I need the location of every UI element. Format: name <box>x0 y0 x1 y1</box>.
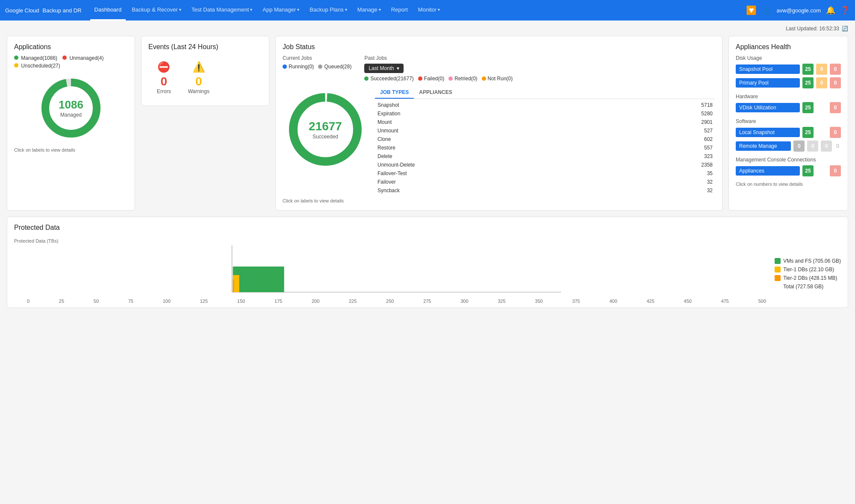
apps-managed-count: 1086 <box>59 98 83 111</box>
unscheduled-dot <box>14 63 18 67</box>
tab-appliances[interactable]: APPLIANCES <box>414 87 457 99</box>
filter-icon[interactable]: 🔽 <box>746 5 757 15</box>
tab-job-types[interactable]: JOB TYPES <box>375 87 414 99</box>
job-type-row[interactable]: Mount2901 <box>375 118 715 126</box>
apps-donut-wrapper: 1086 Managed <box>37 74 105 142</box>
primary-pool-badge-green[interactable]: 25 <box>802 77 814 88</box>
remote-manage-badge-2[interactable]: 0 <box>821 141 832 152</box>
help-icon[interactable]: ❓ <box>840 6 850 15</box>
chart-svg-container: 0255075100 125150175200225 2502753003253… <box>14 245 766 301</box>
snapshot-pool-badge-red[interactable]: 0 <box>830 64 841 75</box>
hardware-label: Hardware <box>736 94 841 100</box>
error-icon: ⛔ <box>157 61 171 73</box>
job-status-title: Job Status <box>283 43 715 51</box>
nav-report[interactable]: Report <box>387 0 412 21</box>
snapshot-pool-label: Snapshot Pool <box>736 64 800 74</box>
legend-tier1: Tier-1 DBs (22.10 GB) <box>775 267 841 273</box>
vdisk-badge-red[interactable]: 0 <box>830 102 841 113</box>
job-type-name: Expiration <box>377 111 400 117</box>
managed-dot <box>14 56 18 60</box>
local-snapshot-badge-green[interactable]: 25 <box>802 127 814 138</box>
job-type-row[interactable]: Unmount527 <box>375 126 715 135</box>
nav-manage[interactable]: Manage ▾ <box>353 0 385 21</box>
job-type-row[interactable]: Expiration5280 <box>375 109 715 118</box>
job-main-area: 21677 Succeeded JOB TYPES APPLIANCES Sna… <box>283 87 715 195</box>
retried-dot <box>448 76 453 81</box>
job-type-row[interactable]: Failover32 <box>375 178 715 186</box>
snapshot-pool-row: Snapshot Pool 25 0 0 <box>736 64 841 75</box>
job-type-row[interactable]: Snapshot5718 <box>375 101 715 109</box>
snapshot-pool-badge-orange[interactable]: 0 <box>816 64 827 75</box>
warnings-item: ⚠️ 0 Warnings <box>188 61 209 94</box>
account-icon[interactable]: 👤 <box>762 6 771 15</box>
y-axis-label: Protected Data (TBs) <box>14 238 766 243</box>
errors-item: ⛔ 0 Errors <box>157 61 171 94</box>
unmanaged-dot <box>62 56 67 60</box>
vms-bar <box>233 267 284 292</box>
primary-pool-badge-red[interactable]: 0 <box>830 77 841 88</box>
failed-badge: Failed(0) <box>418 76 444 82</box>
job-type-name: Delete <box>377 153 392 159</box>
remote-manage-badge-1[interactable]: 0 <box>807 141 818 152</box>
applications-title: Applications <box>14 43 128 51</box>
refresh-icon[interactable]: 🔄 <box>842 26 848 32</box>
not-run-label: Not Run(0) <box>488 76 513 82</box>
last-updated-text: Last Updated: 16:52:33 <box>786 26 839 32</box>
job-type-row[interactable]: Clone602 <box>375 135 715 144</box>
tier2-bar <box>233 279 234 292</box>
job-click-hint: Click on labels to view details <box>283 198 715 203</box>
job-donut-wrapper: 21677 Succeeded <box>283 87 368 172</box>
period-label: Last Month <box>369 65 394 71</box>
job-type-row[interactable]: Unmount-Delete2358 <box>375 161 715 169</box>
failed-dot <box>418 76 422 81</box>
navbar: Google Cloud Backup and DR Dashboard Bac… <box>0 0 855 21</box>
nav-backup-plans[interactable]: Backup Plans ▾ <box>305 0 351 21</box>
warnings-label: Warnings <box>188 88 209 94</box>
remote-manage-label: Remote Manage <box>736 141 791 151</box>
job-type-row[interactable]: Delete323 <box>375 152 715 161</box>
total-legend-label: Total (727.58 GB) <box>783 284 823 290</box>
unmanaged-legend[interactable]: Unmanaged(4) <box>62 55 103 61</box>
primary-pool-badge-orange[interactable]: 0 <box>816 77 827 88</box>
job-type-row[interactable]: Failover-Test35 <box>375 169 715 178</box>
hardware-section: Hardware VDisk Utilization 25 0 <box>736 94 841 113</box>
job-type-name: Mount <box>377 119 392 125</box>
job-type-name: Snapshot <box>377 102 399 108</box>
local-snapshot-badge-red[interactable]: 0 <box>830 127 841 138</box>
job-type-name: Syncback <box>377 188 400 193</box>
local-snapshot-row: Local Snapshot 25 0 <box>736 127 841 138</box>
job-type-count: 32 <box>707 188 713 193</box>
job-type-row[interactable]: Restore557 <box>375 144 715 152</box>
primary-pool-label: Primary Pool <box>736 78 800 88</box>
remote-manage-row: Remote Manage 0 0 0 0 <box>736 141 841 152</box>
nav-dashboard[interactable]: Dashboard <box>90 0 126 21</box>
legend-vms: VMs and FS (705.06 GB) <box>775 258 841 264</box>
failed-label: Failed(0) <box>424 76 444 82</box>
nav-monitor[interactable]: Monitor ▾ <box>414 0 444 21</box>
vms-legend-label: VMs and FS (705.06 GB) <box>783 258 841 264</box>
period-selector[interactable]: Last Month ▾ <box>364 64 403 73</box>
job-type-row[interactable]: Syncback32 <box>375 186 715 195</box>
running-label: Running(0) <box>289 64 314 70</box>
job-type-name: Failover <box>377 179 396 185</box>
brand-label: Google Cloud <box>5 7 39 14</box>
remote-manage-badge-0[interactable]: 0 <box>793 141 805 152</box>
notifications-icon[interactable]: 🔔 <box>826 6 835 15</box>
vdisk-badge-green[interactable]: 25 <box>802 102 814 113</box>
appliances-badge-red[interactable]: 0 <box>830 165 841 176</box>
job-donut-text: Succeeded <box>313 134 338 140</box>
bar-chart-svg <box>14 245 766 296</box>
past-jobs-label: Past Jobs <box>364 55 513 61</box>
chart-main: Protected Data (TBs) <box>14 238 766 301</box>
appliances-badge-empty <box>816 165 827 176</box>
vdisk-badge-empty <box>816 102 827 113</box>
nav-app-manager[interactable]: App Manager ▾ <box>258 0 304 21</box>
unscheduled-legend[interactable]: Unscheduled(27) <box>14 63 60 69</box>
nav-backup-recover[interactable]: Backup & Recover ▾ <box>127 0 186 21</box>
managed-legend[interactable]: Managed(1086) <box>14 55 57 61</box>
appliances-badge-green[interactable]: 25 <box>802 165 814 176</box>
software-label: Software <box>736 118 841 124</box>
nav-test-data[interactable]: Test Data Management ▾ <box>187 0 256 21</box>
snapshot-pool-badge-green[interactable]: 25 <box>802 64 814 75</box>
running-badge: Running(0) <box>283 64 314 70</box>
